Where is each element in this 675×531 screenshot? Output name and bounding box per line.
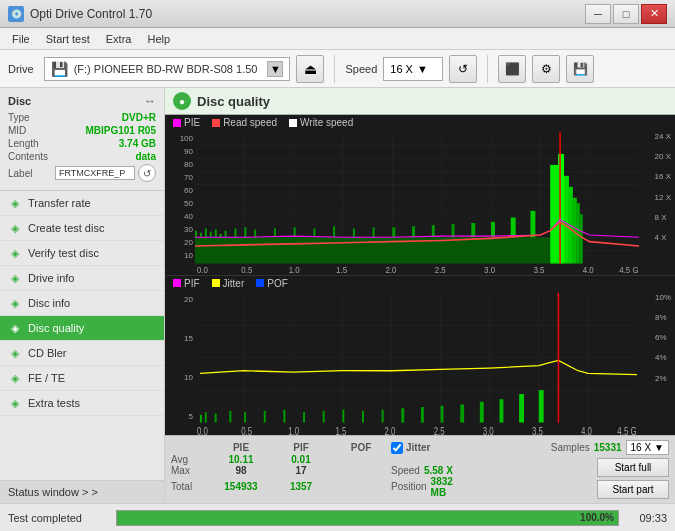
legend-jitter: Jitter	[212, 278, 245, 289]
disc-panel-arrow[interactable]: ↔	[144, 94, 156, 108]
sidebar-item-cd-bler[interactable]: ◈ CD Bler	[0, 341, 164, 366]
jitter-legend-label: Jitter	[223, 278, 245, 289]
svg-text:4.5 GB: 4.5 GB	[619, 265, 639, 275]
svg-rect-23	[215, 230, 217, 238]
svg-text:3.0: 3.0	[484, 265, 495, 275]
progress-bar-fill	[117, 511, 618, 525]
close-button[interactable]: ✕	[641, 4, 667, 24]
svg-rect-21	[205, 228, 207, 237]
read-speed-legend-dot	[212, 119, 220, 127]
label-refresh-button[interactable]: ↺	[138, 164, 156, 182]
sidebar-item-disc-info[interactable]: ◈ Disc info	[0, 291, 164, 316]
disc-label-input[interactable]	[55, 166, 135, 180]
svg-text:1.5: 1.5	[336, 265, 347, 275]
svg-text:4.5 GB: 4.5 GB	[617, 426, 637, 435]
svg-rect-40	[491, 222, 495, 237]
sidebar-item-label-verify-test-disc: Verify test disc	[28, 247, 99, 259]
maximize-button[interactable]: □	[613, 4, 639, 24]
speed-selector-value: 16 X	[631, 442, 652, 453]
menu-start-test[interactable]: Start test	[38, 31, 98, 47]
max-pif: 17	[271, 465, 331, 476]
svg-rect-37	[432, 225, 435, 237]
status-window-label: Status window > >	[8, 486, 98, 498]
svg-rect-19	[195, 231, 197, 238]
sidebar-item-label-disc-quality: Disc quality	[28, 322, 84, 334]
svg-text:1.5: 1.5	[335, 426, 346, 435]
svg-text:2.0: 2.0	[385, 426, 396, 435]
samples-stat-value: 15331	[594, 442, 622, 453]
svg-rect-87	[441, 405, 444, 422]
status-text: Test completed	[8, 512, 108, 524]
svg-rect-81	[323, 410, 325, 422]
svg-rect-20	[200, 233, 202, 237]
status-window-button[interactable]: Status window > >	[0, 480, 164, 503]
toolbar-separator-1	[334, 55, 335, 83]
svg-rect-49	[580, 214, 583, 263]
drive-dropdown-arrow[interactable]: ▼	[267, 61, 283, 77]
drive-label: Drive	[8, 63, 34, 75]
svg-text:0.5: 0.5	[241, 426, 252, 435]
erase-button[interactable]: ⬛	[498, 55, 526, 83]
avg-pie: 10.11	[211, 454, 271, 465]
eject-button[interactable]: ⏏	[296, 55, 324, 83]
upper-chart-legend: PIE Read speed Write speed	[165, 115, 675, 130]
svg-rect-45	[564, 176, 569, 264]
svg-rect-82	[342, 409, 344, 422]
content-header: ● Disc quality	[165, 88, 675, 115]
refresh-button[interactable]: ↺	[449, 55, 477, 83]
sidebar-item-label-create-test-disc: Create test disc	[28, 222, 104, 234]
minimize-button[interactable]: ─	[585, 4, 611, 24]
extra-tests-icon: ◈	[8, 396, 22, 410]
disc-panel-title: Disc	[8, 95, 31, 107]
drive-selector[interactable]: 💾 (F:) PIONEER BD-RW BDR-S08 1.50 ▼	[44, 57, 291, 81]
cd-bler-icon: ◈	[8, 346, 22, 360]
menu-file[interactable]: File	[4, 31, 38, 47]
pof-legend-dot	[256, 279, 264, 287]
sidebar-item-verify-test-disc[interactable]: ◈ Verify test disc	[0, 241, 164, 266]
svg-rect-74	[205, 412, 207, 422]
legend-pof: POF	[256, 278, 288, 289]
svg-text:2.5: 2.5	[435, 265, 446, 275]
jitter-legend-dot	[212, 279, 220, 287]
sidebar-item-fe-te[interactable]: ◈ FE / TE	[0, 366, 164, 391]
settings-button[interactable]: ⚙	[532, 55, 560, 83]
toolbar-separator-2	[487, 55, 488, 83]
svg-text:2.0: 2.0	[385, 265, 396, 275]
sidebar-item-label-extra-tests: Extra tests	[28, 397, 80, 409]
status-bar: Test completed 100.0% 09:33	[0, 503, 675, 531]
speed-selector-stats[interactable]: 16 X ▼	[626, 440, 669, 455]
speed-selector[interactable]: 16 X ▼	[383, 57, 443, 81]
position-stat-value: 3832 MB	[431, 476, 471, 498]
svg-text:3.5: 3.5	[533, 265, 544, 275]
svg-rect-92	[539, 390, 544, 422]
svg-rect-32	[333, 226, 335, 237]
disc-length-label: Length	[8, 138, 39, 149]
sidebar-item-label-drive-info: Drive info	[28, 272, 74, 284]
sidebar-item-label-disc-info: Disc info	[28, 297, 70, 309]
sidebar-item-disc-quality[interactable]: ◈ Disc quality	[0, 316, 164, 341]
svg-text:0.0: 0.0	[197, 265, 208, 275]
sidebar-item-drive-info[interactable]: ◈ Drive info	[0, 266, 164, 291]
menu-extra[interactable]: Extra	[98, 31, 140, 47]
svg-rect-31	[313, 228, 315, 237]
pif-legend-dot	[173, 279, 181, 287]
start-part-button[interactable]: Start part	[597, 480, 669, 499]
sidebar-item-extra-tests[interactable]: ◈ Extra tests	[0, 391, 164, 416]
svg-rect-42	[530, 211, 535, 237]
disc-contents-value: data	[135, 151, 156, 162]
content-title: Disc quality	[197, 94, 270, 109]
menu-bar: File Start test Extra Help	[0, 28, 675, 50]
app-title: Opti Drive Control 1.70	[30, 7, 152, 21]
svg-rect-18	[195, 237, 550, 263]
total-pie: 154933	[211, 481, 271, 492]
sidebar-item-transfer-rate[interactable]: ◈ Transfer rate	[0, 191, 164, 216]
max-label: Max	[171, 465, 211, 476]
sidebar-item-label-transfer-rate: Transfer rate	[28, 197, 91, 209]
start-full-button[interactable]: Start full	[597, 458, 669, 477]
menu-help[interactable]: Help	[139, 31, 178, 47]
save-button[interactable]: 💾	[566, 55, 594, 83]
sidebar-item-create-test-disc[interactable]: ◈ Create test disc	[0, 216, 164, 241]
svg-rect-79	[283, 409, 285, 422]
upper-chart-svg: 0.0 0.5 1.0 1.5 2.0 2.5 3.0 3.5 4.0 4.5 …	[195, 132, 639, 275]
jitter-checkbox[interactable]	[391, 442, 403, 454]
